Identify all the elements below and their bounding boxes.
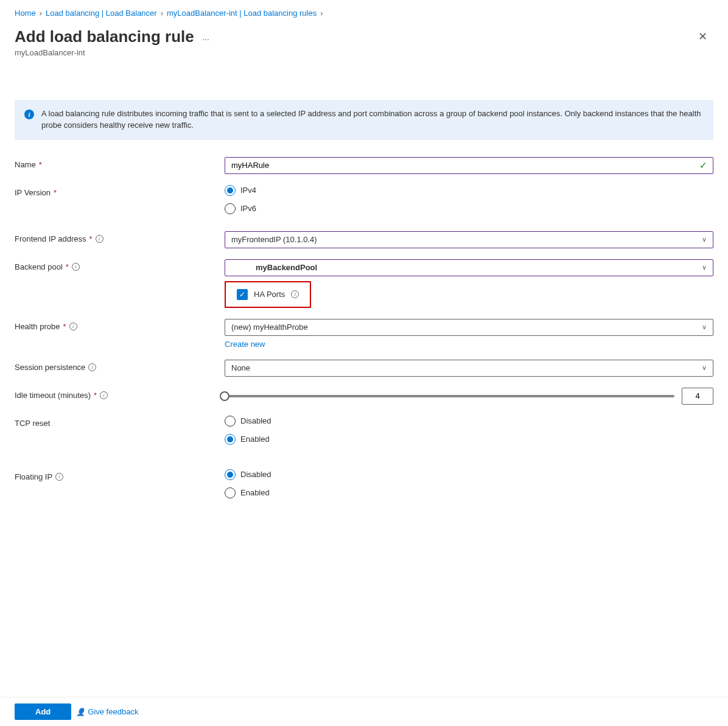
info-icon[interactable]: i	[55, 473, 63, 481]
breadcrumb: Home › Load balancing | Load Balancer › …	[15, 9, 713, 18]
health-probe-label: Health probe * i	[15, 319, 225, 331]
ip-version-label: IP Version *	[15, 185, 225, 197]
idle-timeout-input[interactable]	[682, 388, 713, 405]
session-persistence-label: Session persistence i	[15, 360, 225, 372]
info-banner: i A load balancing rule distributes inco…	[15, 100, 713, 140]
chevron-down-icon: ∨	[702, 323, 707, 331]
chevron-down-icon: ∨	[702, 264, 707, 271]
ha-ports-checkbox[interactable]: ✓	[237, 289, 248, 300]
ipv4-radio[interactable]	[225, 185, 236, 196]
breadcrumb-sep: ›	[161, 9, 163, 18]
info-icon[interactable]: i	[88, 363, 96, 371]
breadcrumb-home[interactable]: Home	[15, 9, 36, 18]
info-icon[interactable]: i	[291, 290, 299, 298]
backend-pool-select[interactable]: myBackendPool ∨	[225, 259, 713, 276]
required-indicator: *	[54, 188, 57, 197]
required-indicator: *	[89, 234, 93, 243]
page-subtitle: myLoadBalancer-int	[15, 48, 713, 57]
tcp-reset-label: TCP reset	[15, 416, 225, 428]
info-icon[interactable]: i	[96, 235, 103, 243]
breadcrumb-resource[interactable]: myLoadBalancer-int | Load balancing rule…	[167, 9, 317, 18]
more-actions[interactable]: ···	[202, 34, 209, 44]
required-indicator: *	[94, 391, 97, 400]
close-button[interactable]: ✕	[692, 26, 713, 47]
floating-ip-disabled-radio[interactable]	[225, 469, 236, 480]
info-icon: i	[24, 110, 34, 119]
info-icon[interactable]: i	[100, 391, 108, 399]
page-header: Add load balancing rule ··· ✕	[15, 26, 713, 47]
info-icon[interactable]: i	[72, 263, 80, 271]
idle-timeout-slider[interactable]	[225, 395, 674, 397]
chevron-down-icon: ∨	[702, 236, 707, 243]
page-title: Add load balancing rule	[15, 27, 194, 46]
session-persistence-select[interactable]: None ∨	[225, 360, 713, 377]
breadcrumb-sep: ›	[320, 9, 323, 18]
floating-ip-label: Floating IP i	[15, 469, 225, 481]
tcp-reset-disabled-radio[interactable]	[225, 416, 236, 427]
ha-ports-highlight: ✓ HA Ports i	[225, 281, 311, 308]
breadcrumb-sep: ›	[40, 9, 42, 18]
chevron-down-icon: ∨	[702, 364, 707, 372]
breadcrumb-load-balancing[interactable]: Load balancing | Load Balancer	[46, 9, 157, 18]
frontend-ip-label: Frontend IP address * i	[15, 231, 225, 243]
backend-pool-label: Backend pool * i	[15, 259, 225, 271]
name-label: Name *	[15, 157, 225, 169]
health-probe-select[interactable]: (new) myHealthProbe ∨	[225, 319, 713, 336]
info-text: A load balancing rule distributes incomi…	[41, 108, 704, 131]
slider-thumb[interactable]	[220, 391, 229, 401]
required-indicator: *	[66, 262, 69, 271]
ipv6-radio[interactable]	[225, 203, 236, 214]
tcp-reset-enabled-radio[interactable]	[225, 434, 236, 445]
floating-ip-enabled-radio[interactable]	[225, 487, 236, 498]
info-icon[interactable]: i	[69, 323, 77, 330]
name-input[interactable]	[225, 157, 713, 174]
required-indicator: *	[39, 160, 42, 169]
create-new-link[interactable]: Create new	[225, 340, 265, 349]
idle-timeout-label: Idle timeout (minutes) * i	[15, 388, 225, 400]
check-icon: ✓	[699, 160, 707, 171]
frontend-ip-select[interactable]: myFrontendIP (10.1.0.4) ∨	[225, 231, 713, 248]
required-indicator: *	[63, 322, 66, 331]
